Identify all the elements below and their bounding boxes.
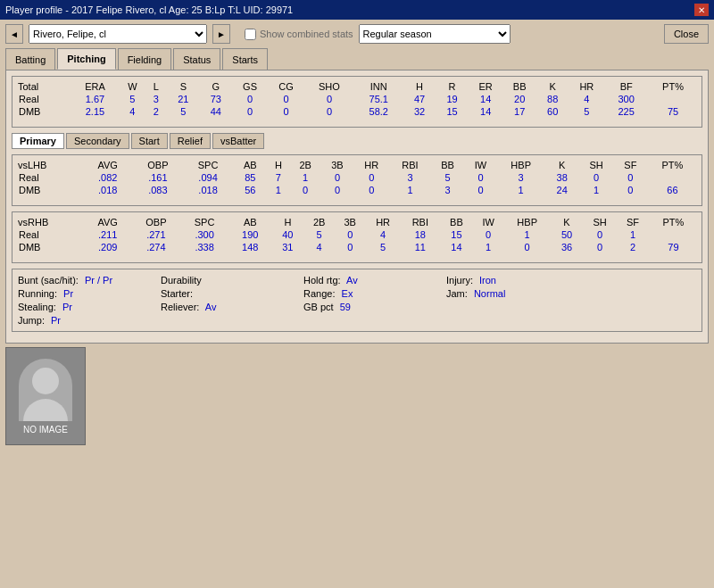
combined-stats-label: Show combined stats	[260, 29, 353, 39]
bunt-label: Bunt (sac/hit):	[18, 275, 79, 286]
stealing-row: Stealing: Pr	[18, 302, 161, 312]
subtab-start[interactable]: Start	[131, 133, 168, 149]
nav-prev-button[interactable]: ◄	[5, 24, 23, 44]
injury-label: Injury:	[446, 275, 473, 286]
vslhb-table: vsLHB AVG OBP SPC AB H 2B 3B HR RBI BB I…	[16, 159, 698, 196]
dmb-cg: 0	[268, 105, 304, 118]
real-hr: 4	[569, 93, 604, 105]
vsrhb-table: vsRHB AVG OBP SPC AB H 2B 3B HR RBI BB I…	[16, 216, 698, 253]
real-cg: 0	[268, 93, 304, 105]
close-button[interactable]: Close	[664, 24, 709, 44]
subtab-primary[interactable]: Primary	[12, 133, 64, 149]
col-h: H	[403, 80, 436, 93]
pitching-dmb-row: DMB 2.15 4 2 5 44 0 0 0 58.2 32 15 14 17…	[16, 105, 698, 118]
real-h: 47	[403, 93, 436, 105]
dmb-s: 5	[167, 105, 200, 118]
photo-placeholder	[19, 359, 72, 421]
col-s: S	[167, 80, 200, 93]
gb-pct-value: 59	[337, 302, 351, 312]
col-total: Total	[16, 80, 71, 93]
main-tab-bar: Batting Pitching Fielding Status Starts	[0, 48, 714, 70]
dmb-inn: 58.2	[354, 105, 403, 118]
running-row: Running: Pr	[18, 288, 161, 299]
tab-starts[interactable]: Starts	[222, 48, 268, 70]
main-content: Total ERA W L S G GS CG SHO INN H R ER B…	[5, 70, 709, 344]
col-gs: GS	[232, 80, 268, 93]
bunt-value: Pr / Pr	[82, 275, 112, 286]
pitching-stats-section: Total ERA W L S G GS CG SHO INN H R ER B…	[12, 76, 702, 128]
dmb-g: 44	[200, 105, 233, 118]
stealing-label: Stealing:	[18, 302, 56, 312]
col-inn: INN	[354, 80, 403, 93]
gb-pct-row: GB pct 59	[303, 302, 446, 312]
vsrhb-real-row: Real .211 .271 .300 190 40 5 0 4 18 15 0…	[16, 228, 698, 241]
player-select[interactable]: Rivero, Felipe, cl	[29, 24, 207, 44]
injury-value: Iron	[477, 275, 496, 286]
range-row: Range: Ex	[303, 288, 446, 299]
window-close-button[interactable]: ✕	[694, 4, 709, 16]
real-bf: 300	[604, 93, 648, 105]
misc-section: Bunt (sac/hit): Pr / Pr Durability Hold …	[12, 269, 702, 332]
title-bar: Player profile - 2017 Felipe Rivero, cl …	[0, 0, 714, 20]
hold-rtg-value: Av	[345, 275, 358, 286]
hold-rtg-row: Hold rtg: Av	[303, 275, 446, 286]
starter-value	[196, 288, 199, 299]
vslhb-dmb-row: DMB .018 .083 .018 56 1 0 0 0 1 3 0 1 24…	[16, 184, 698, 196]
real-er: 14	[469, 93, 503, 105]
real-ptpct	[648, 93, 698, 105]
real-g: 73	[200, 93, 233, 105]
dmb-k: 60	[536, 105, 569, 118]
col-cg: CG	[268, 80, 304, 93]
pitching-real-row: Real 1.67 5 3 21 73 0 0 0 75.1 47 19 14 …	[16, 93, 698, 105]
bunt-row: Bunt (sac/hit): Pr / Pr	[18, 275, 161, 286]
dmb-w: 4	[120, 105, 145, 118]
vsrhb-section: vsRHB AVG OBP SPC AB H 2B 3B HR RBI BB I…	[12, 211, 702, 263]
tab-batting[interactable]: Batting	[5, 48, 55, 70]
tab-fielding[interactable]: Fielding	[118, 48, 172, 70]
pitching-stats-table: Total ERA W L S G GS CG SHO INN H R ER B…	[16, 80, 698, 118]
subtab-relief[interactable]: Relief	[170, 133, 211, 149]
col-er: ER	[469, 80, 503, 93]
season-select[interactable]: Regular season	[359, 24, 511, 44]
stealing-value: Pr	[60, 302, 72, 312]
injury-row: Injury: Iron	[446, 275, 589, 286]
col-l: L	[145, 80, 167, 93]
dmb-r: 15	[436, 105, 469, 118]
real-era: 1.67	[71, 93, 120, 105]
running-label: Running:	[18, 288, 57, 299]
jump-value: Pr	[48, 315, 61, 326]
col-ptpct: PT%	[648, 80, 698, 93]
tab-pitching[interactable]: Pitching	[57, 48, 115, 70]
subtab-vsbatter[interactable]: vsBatter	[212, 133, 264, 149]
nav-next-button[interactable]: ►	[212, 24, 230, 44]
col-r: R	[436, 80, 469, 93]
dmb-bf: 225	[604, 105, 648, 118]
real-w: 5	[120, 93, 145, 105]
vslhb-title: vsLHB	[16, 159, 83, 171]
running-value: Pr	[61, 288, 73, 299]
vslhb-section: vsLHB AVG OBP SPC AB H 2B 3B HR RBI BB I…	[12, 154, 702, 206]
combined-stats-check[interactable]: Show combined stats	[245, 29, 353, 40]
col-bb: BB	[502, 80, 536, 93]
window-title: Player profile - 2017 Felipe Rivero, cl …	[5, 4, 293, 15]
reliever-row: Reliever: Av	[161, 302, 303, 312]
jump-label: Jump:	[18, 315, 45, 326]
dmb-gs: 0	[232, 105, 268, 118]
subtab-secondary[interactable]: Secondary	[66, 133, 129, 149]
real-r: 19	[436, 93, 469, 105]
jam-row: Jam: Normal	[446, 288, 589, 299]
dmb-er: 14	[469, 105, 503, 118]
real-s: 21	[167, 93, 200, 105]
col-hr: HR	[569, 80, 604, 93]
no-image-label: NO IMAGE	[23, 425, 68, 435]
sub-tab-bar: Primary Secondary Start Relief vsBatter	[12, 133, 702, 149]
dmb-l: 2	[145, 105, 167, 118]
real-label: Real	[16, 93, 71, 105]
vsrhb-title: vsRHB	[16, 216, 84, 228]
combined-stats-checkbox[interactable]	[245, 29, 256, 40]
jam-value: Normal	[471, 288, 506, 299]
real-inn: 75.1	[354, 93, 403, 105]
tab-status[interactable]: Status	[173, 48, 220, 70]
real-sho: 0	[304, 93, 354, 105]
jump-row: Jump: Pr	[18, 315, 161, 326]
